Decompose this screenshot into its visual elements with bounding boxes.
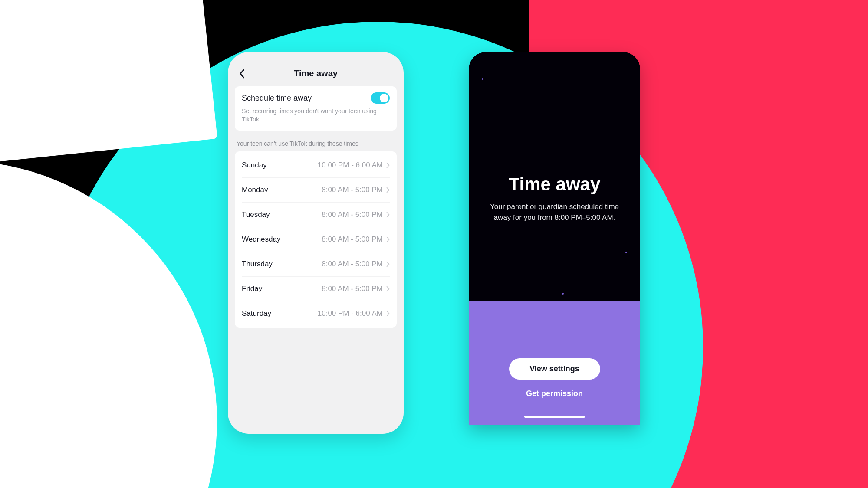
star-icon [562,293,564,295]
page-title: Time away [294,69,338,78]
day-name: Saturday [242,309,271,318]
view-settings-button[interactable]: View settings [509,358,600,380]
chevron-right-icon [386,162,390,168]
get-permission-button[interactable]: Get permission [526,389,583,398]
day-name: Wednesday [242,235,280,244]
day-name: Friday [242,285,262,293]
day-row-thursday[interactable]: Thursday 8:00 AM - 5:00 PM [242,252,390,277]
day-name: Tuesday [242,210,270,219]
day-row-tuesday[interactable]: Tuesday 8:00 AM - 5:00 PM [242,203,390,227]
lock-description: Your parent or guardian scheduled time a… [487,202,622,223]
chevron-left-icon [239,69,245,79]
day-time: 8:00 AM - 5:00 PM [322,186,383,194]
schedule-toggle-description: Set recurring times you don't want your … [242,107,390,124]
day-row-wednesday[interactable]: Wednesday 8:00 AM - 5:00 PM [242,227,390,252]
schedule-toggle-label: Schedule time away [242,94,312,103]
chevron-right-icon [386,212,390,218]
day-time: 8:00 AM - 5:00 PM [322,210,383,219]
day-name: Monday [242,186,268,194]
chevron-right-icon [386,187,390,193]
chevron-right-icon [386,261,390,267]
day-name: Sunday [242,161,267,170]
schedule-toggle-card: Schedule time away Set recurring times y… [235,86,397,131]
day-time: 8:00 AM - 5:00 PM [322,260,383,269]
chevron-right-icon [386,311,390,317]
day-time: 10:00 PM - 6:00 AM [318,309,383,318]
day-row-sunday[interactable]: Sunday 10:00 PM - 6:00 AM [242,153,390,178]
day-row-friday[interactable]: Friday 8:00 AM - 5:00 PM [242,277,390,301]
phone-lock-mockup: Time away Your parent or guardian schedu… [469,52,640,425]
day-row-monday[interactable]: Monday 8:00 AM - 5:00 PM [242,178,390,203]
home-indicator[interactable] [524,416,585,418]
schedule-toggle[interactable] [371,92,390,104]
lock-title: Time away [509,174,601,195]
settings-header: Time away [235,62,397,86]
star-icon [482,78,483,80]
schedule-section-label: Your teen can't use TikTok during these … [237,140,395,147]
day-time: 10:00 PM - 6:00 AM [318,161,383,170]
star-icon [625,252,627,253]
day-name: Thursday [242,260,273,269]
day-time: 8:00 AM - 5:00 PM [322,235,383,244]
chevron-right-icon [386,236,390,242]
lock-screen-top: Time away Your parent or guardian schedu… [469,52,640,301]
day-row-saturday[interactable]: Saturday 10:00 PM - 6:00 AM [242,301,390,326]
chevron-right-icon [386,286,390,292]
days-list: Sunday 10:00 PM - 6:00 AM Monday 8:00 AM… [235,151,397,328]
back-button[interactable] [236,68,248,80]
phone-settings-mockup: Time away Schedule time away Set recurri… [228,52,404,434]
day-time: 8:00 AM - 5:00 PM [322,285,383,293]
lock-screen-bottom: View settings Get permission [469,301,640,425]
